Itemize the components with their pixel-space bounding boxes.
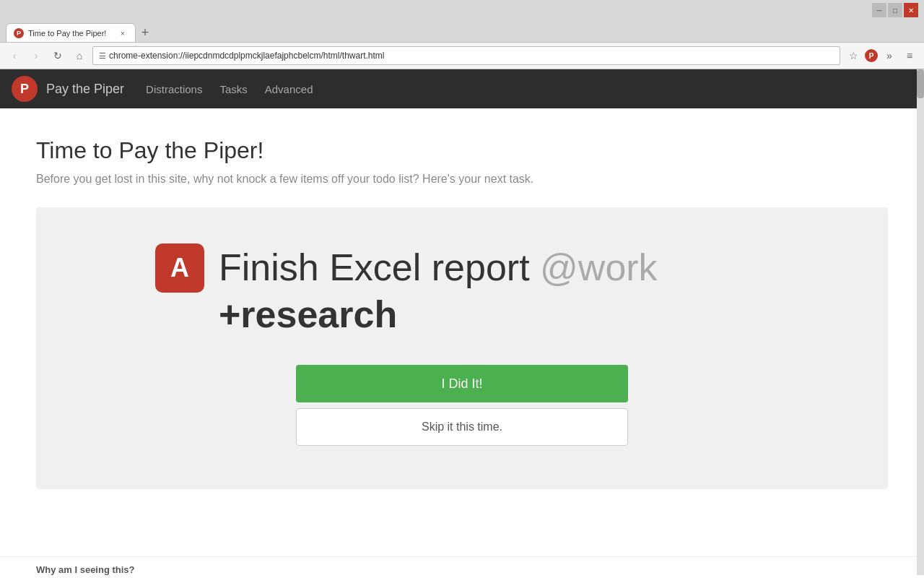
address-actions: ☆ P » ≡ [845, 47, 918, 64]
ext-logo: P [12, 76, 38, 102]
menu-button[interactable]: ≡ [901, 47, 918, 64]
scrollbar-thumb [917, 69, 924, 98]
ext-nav-links: Distractions Tasks Advanced [146, 83, 313, 95]
task-content: A Finish Excel report @work +research [155, 243, 769, 336]
task-context: @work [540, 246, 658, 288]
lock-icon: ☰ [99, 51, 106, 61]
url-box[interactable]: ☰ chrome-extension://iiepcdnmdcdplpmckjl… [92, 46, 840, 65]
scrollbar[interactable] [917, 69, 924, 575]
app-container: P Pay the Piper Distractions Tasks Advan… [0, 69, 924, 578]
reload-button[interactable]: ↻ [49, 47, 66, 64]
bookmark-button[interactable]: ☆ [845, 47, 862, 64]
page-footer: Why am I seeing this? You just tried to … [0, 556, 924, 578]
active-tab[interactable]: P Time to Pay the Piper! × [6, 23, 136, 42]
new-tab-button[interactable]: + [136, 23, 154, 42]
ext-navbar: P Pay the Piper Distractions Tasks Advan… [0, 69, 924, 108]
tab-bar: P Time to Pay the Piper! × + [0, 20, 924, 42]
address-bar: ‹ › ↻ ⌂ ☰ chrome-extension://iiepcdnmdcd… [0, 42, 924, 69]
task-priority-badge: A [155, 243, 204, 293]
back-button[interactable]: ‹ [6, 47, 23, 64]
skip-button[interactable]: Skip it this time. [296, 408, 628, 446]
page-subtitle: Before you get lost in this site, why no… [36, 173, 888, 186]
window-controls: ─ □ ✕ [872, 3, 918, 17]
nav-tasks[interactable]: Tasks [219, 83, 247, 95]
forward-button[interactable]: › [27, 47, 45, 64]
page-content: Time to Pay the Piper! Before you get lo… [0, 108, 924, 556]
maximize-button[interactable]: □ [888, 3, 902, 17]
page-title: Time to Pay the Piper! [36, 137, 888, 164]
tab-title: Time to Pay the Piper! [28, 29, 113, 38]
nav-advanced[interactable]: Advanced [265, 83, 313, 95]
home-button[interactable]: ⌂ [71, 47, 88, 64]
title-bar: ─ □ ✕ [0, 0, 924, 20]
close-button[interactable]: ✕ [904, 3, 918, 17]
task-tag-row: +research [219, 293, 397, 336]
task-row: A Finish Excel report @work [155, 243, 658, 293]
profile-icon: P [865, 49, 878, 62]
task-tag: +research [219, 293, 397, 335]
task-card: A Finish Excel report @work +research I … [36, 207, 888, 489]
minimize-button[interactable]: ─ [872, 3, 886, 17]
extensions-button[interactable]: » [881, 47, 898, 64]
ext-brand: Pay the Piper [46, 82, 124, 97]
nav-distractions[interactable]: Distractions [146, 83, 202, 95]
tab-favicon: P [14, 28, 24, 38]
task-text-main: Finish Excel report @work [219, 247, 658, 288]
footer-question: Why am I seeing this? [36, 564, 888, 575]
did-it-button[interactable]: I Did It! [296, 365, 628, 402]
url-text: chrome-extension://iiepcdnmdcdplpmckjlae… [109, 51, 834, 61]
tab-close-button[interactable]: × [118, 28, 128, 38]
